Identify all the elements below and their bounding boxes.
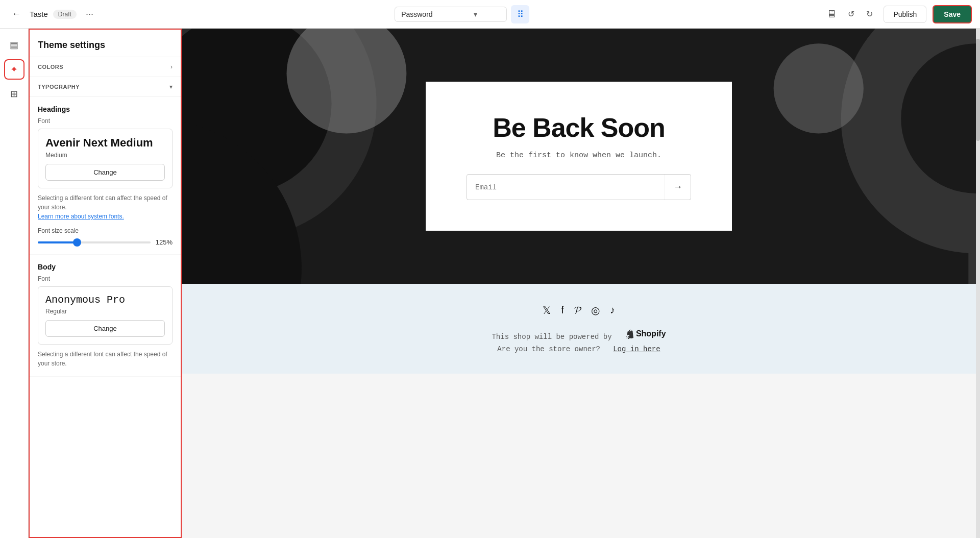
font-size-label: Font size scale	[38, 227, 173, 234]
body-title: Body	[38, 263, 173, 271]
sidebar-item-apps[interactable]: ⊞	[4, 84, 24, 104]
page-preview: Be Back Soon Be the first to know when w…	[182, 29, 976, 538]
scrollbar[interactable]	[976, 29, 980, 538]
sections-icon: ▤	[10, 39, 18, 51]
theme-icon: ✦	[10, 64, 18, 75]
shopify-logo: Shopify	[625, 329, 666, 339]
grid-icon-button[interactable]: ⠿	[511, 5, 529, 23]
apps-icon: ⊞	[10, 88, 18, 100]
body-font-weight: Regular	[45, 308, 165, 315]
facebook-icon[interactable]: f	[561, 304, 564, 316]
redo-button[interactable]: ↻	[861, 6, 877, 22]
desktop-icon[interactable]: 🖥	[826, 8, 837, 20]
body-subsection: Body Font Anonymous Pro Regular Change S…	[30, 255, 181, 377]
body-font-label: Font	[38, 275, 173, 282]
font-size-slider-thumb[interactable]	[73, 238, 81, 247]
settings-panel: Theme settings COLORS › TYPOGRAPHY ▾ Hea…	[29, 29, 182, 538]
headings-font-card: Avenir Next Medium Medium Change	[38, 129, 173, 188]
headings-font-name: Avenir Next Medium	[45, 136, 165, 150]
body-font-card: Anonymous Pro Regular Change	[38, 286, 173, 345]
back-button[interactable]: ←	[8, 6, 24, 22]
password-page: Be Back Soon Be the first to know when w…	[182, 29, 976, 538]
headings-change-button[interactable]: Change	[45, 164, 165, 181]
more-button[interactable]: ···	[82, 7, 97, 21]
font-size-value: 125%	[156, 238, 173, 246]
email-arrow[interactable]: →	[665, 175, 691, 200]
publish-button[interactable]: Publish	[884, 6, 926, 23]
font-size-slider-row: 125%	[38, 238, 173, 246]
colors-arrow: ›	[170, 63, 173, 70]
headings-hint-link[interactable]: Learn more about system fonts.	[38, 213, 124, 220]
font-size-slider-track[interactable]	[38, 241, 151, 243]
sidebar-item-theme[interactable]: ✦	[4, 59, 24, 80]
undo-button[interactable]: ↺	[843, 6, 859, 22]
icon-sidebar: ▤ ✦ ⊞	[0, 29, 29, 538]
page-select-label: Password	[401, 10, 432, 18]
footer-section: 𝕏 f 𝓟 ◎ ♪ This shop will be powered by	[182, 284, 976, 374]
body-font-name: Anonymous Pro	[45, 294, 165, 306]
store-owner: Are you the store owner? Log in here	[182, 345, 976, 353]
email-input[interactable]	[467, 176, 665, 199]
preview-area: Be Back Soon Be the first to know when w…	[182, 29, 980, 538]
headings-font-label: Font	[38, 117, 173, 125]
grid-icon: ⠿	[517, 9, 524, 20]
scroll-thumb[interactable]	[976, 39, 980, 141]
save-button[interactable]: Save	[933, 5, 972, 23]
typography-arrow: ▾	[169, 83, 173, 90]
main: ▤ ✦ ⊞ Theme settings COLORS › TYPOGRAPHY…	[0, 29, 980, 538]
page-select[interactable]: Password ▾	[395, 7, 507, 22]
topbar-right: 🖥 ↺ ↻ Publish Save	[826, 5, 972, 23]
topbar-center: Password ▾ ⠿	[104, 5, 820, 23]
twitter-icon[interactable]: 𝕏	[543, 304, 551, 316]
hero-title: Be Back Soon	[467, 112, 691, 143]
login-link[interactable]: Log in here	[613, 345, 660, 353]
draft-badge: Draft	[53, 10, 77, 19]
powered-by: This shop will be powered by Shopify	[182, 329, 976, 341]
social-icons: 𝕏 f 𝓟 ◎ ♪	[182, 304, 976, 316]
body-hint: Selecting a different font can affect th…	[38, 350, 173, 368]
email-row: →	[467, 174, 691, 200]
headings-title: Headings	[38, 105, 173, 113]
headings-subsection: Headings Font Avenir Next Medium Medium …	[30, 97, 181, 255]
page-select-chevron: ▾	[474, 10, 477, 18]
pinterest-icon[interactable]: 𝓟	[574, 304, 581, 316]
hero-section: Be Back Soon Be the first to know when w…	[182, 29, 976, 284]
sidebar-item-sections[interactable]: ▤	[4, 35, 24, 55]
typography-label: TYPOGRAPHY	[38, 84, 80, 90]
headings-hint: Selecting a different font can affect th…	[38, 193, 173, 221]
headings-font-weight: Medium	[45, 152, 165, 159]
undo-redo: ↺ ↻	[843, 6, 877, 22]
panel-title: Theme settings	[30, 30, 181, 57]
font-size-section: Font size scale 125%	[38, 227, 173, 246]
store-name: Taste	[30, 10, 48, 18]
hero-card: Be Back Soon Be the first to know when w…	[426, 82, 732, 231]
colors-label: COLORS	[38, 64, 63, 70]
svg-point-11	[774, 43, 864, 133]
hero-subtitle: Be the first to know when we launch.	[467, 151, 691, 160]
colors-section-header[interactable]: COLORS ›	[30, 57, 181, 77]
instagram-icon[interactable]: ◎	[591, 304, 600, 316]
typography-section-header[interactable]: TYPOGRAPHY ▾	[30, 77, 181, 97]
tiktok-icon[interactable]: ♪	[610, 304, 615, 316]
body-change-button[interactable]: Change	[45, 320, 165, 337]
font-size-slider-fill	[38, 241, 77, 243]
topbar-left: ← Taste Draft ···	[8, 6, 97, 22]
topbar: ← Taste Draft ··· Password ▾ ⠿ 🖥 ↺ ↻ Pub…	[0, 0, 980, 29]
